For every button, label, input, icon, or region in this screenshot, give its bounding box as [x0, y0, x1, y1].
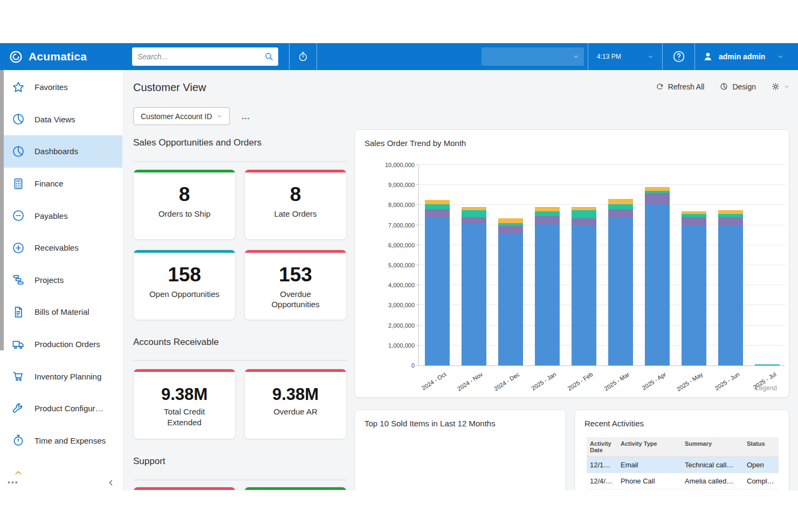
bar-segment	[682, 211, 706, 215]
table-row[interactable]: 12/1…EmailTechnical call…Open	[587, 457, 779, 473]
y-tick	[416, 245, 419, 245]
help-button[interactable]	[663, 43, 695, 70]
user-name: admin admin	[719, 52, 765, 61]
kpi-card[interactable]	[133, 487, 236, 490]
collapse-sidebar-icon[interactable]	[107, 479, 115, 487]
y-tick	[416, 184, 419, 185]
y-tick	[416, 164, 419, 165]
sidebar-item-label: Time and Expenses	[35, 436, 106, 445]
sidebar-scrollbar[interactable]	[0, 70, 4, 350]
filter-label: Customer Account ID	[141, 112, 212, 121]
brand[interactable]: Acumatica	[9, 43, 87, 70]
bar-segment	[535, 211, 560, 216]
bar-segment	[535, 224, 560, 365]
brand-name: Acumatica	[29, 50, 87, 63]
recent-activities-panel: Recent Activities Activity DateActivity …	[574, 410, 789, 490]
chevron-down-icon	[217, 114, 222, 119]
table-cell: Amelia called…	[682, 473, 744, 489]
card-accent-bar	[245, 369, 346, 372]
column-header[interactable]: Activity Date	[587, 437, 617, 457]
support-cards	[133, 487, 347, 490]
y-tick-label: 8,000,000	[363, 202, 415, 208]
y-tick-label: 4,000,000	[363, 282, 415, 288]
sidebar-item-product-configur[interactable]: Product Configur…	[0, 392, 122, 425]
chart-x-axis: 2024 - Oct2024 - Nov2024 - Dec2025 - Jan…	[419, 367, 786, 396]
kpi-card[interactable]: 8Orders to Ship	[133, 169, 236, 240]
time-menu[interactable]: 4:13 PM	[588, 43, 663, 70]
filter-more-button[interactable]: ...	[242, 112, 250, 121]
bar-segment	[718, 225, 743, 365]
section-divider	[133, 360, 347, 361]
sidebar-item-label: Bills of Material	[35, 307, 90, 316]
kpi-card[interactable]: 9.38MOverdue AR	[244, 369, 347, 439]
sidebar-item-data-views[interactable]: Data Views	[0, 103, 122, 136]
section-title-ar: Accounts Receivable	[133, 337, 219, 348]
y-tick-label: 1,000,000	[363, 342, 415, 349]
top10-title: Top 10 Sold Items in Last 12 Months	[364, 419, 496, 428]
y-tick-label: 10,000,000	[363, 162, 415, 168]
settings-button[interactable]	[771, 82, 789, 91]
page-title: Customer View	[133, 81, 206, 94]
kpi-card[interactable]: 153Overdue Opportunities	[244, 250, 347, 320]
y-tick	[416, 265, 419, 265]
sidebar-item-bills-of-material[interactable]: Bills of Material	[0, 296, 122, 328]
top10-sold-items-panel: Top 10 Sold Items in Last 12 Months	[354, 410, 566, 490]
column-header[interactable]: Status	[744, 437, 779, 457]
bar-segment	[718, 214, 743, 217]
customer-account-filter[interactable]: Customer Account ID	[133, 107, 230, 125]
sidebar-item-favorites[interactable]: Favorites	[0, 71, 122, 103]
time-label: 4:13 PM	[597, 53, 621, 60]
data-views-icon	[11, 112, 25, 126]
star-icon	[11, 80, 25, 94]
gear-icon	[771, 82, 780, 91]
search-input[interactable]	[132, 47, 278, 66]
sidebar-item-time-and-expenses[interactable]: Time and Expenses	[0, 425, 122, 457]
sidebar-item-production-orders[interactable]: Production Orders	[0, 328, 122, 361]
table-row[interactable]: 12/4/…Phone CallAmelia called…Compl…	[587, 473, 779, 489]
bar-segment	[608, 209, 633, 217]
more-icon[interactable]: •••	[8, 478, 19, 487]
sales-order-trend-panel: Sales Order Trend by Month 01,000,0002,0…	[354, 129, 789, 398]
y-tick-label: 6,000,000	[363, 242, 415, 248]
design-label: Design	[732, 82, 756, 91]
sidebar-item-label: Inventory Planning	[35, 372, 101, 381]
business-date-button[interactable]	[289, 43, 317, 70]
kpi-card[interactable]: 158Open Opportunities	[133, 250, 236, 320]
sidebar-item-receivables[interactable]: Receivables	[0, 232, 122, 264]
bar-segment	[755, 365, 780, 365]
card-accent-bar	[134, 250, 235, 253]
bar-segment	[498, 218, 523, 223]
y-tick	[416, 345, 419, 346]
user-menu[interactable]: admin admin	[702, 43, 783, 70]
sidebar-item-partial[interactable]	[0, 457, 122, 474]
sidebar-item-payables[interactable]: Payables	[0, 199, 122, 232]
bar-segment	[462, 223, 486, 365]
design-button[interactable]: Design	[719, 82, 756, 91]
sidebar-item-projects[interactable]: Projects	[0, 264, 122, 296]
minus-circle-icon	[11, 209, 25, 223]
bar-segment	[535, 207, 560, 211]
activities-table: Activity DateActivity TypeSummaryStatus1…	[587, 437, 779, 489]
search-icon[interactable]	[264, 51, 274, 62]
column-header[interactable]: Summary	[682, 437, 744, 457]
y-tick	[416, 225, 419, 225]
cart-icon	[11, 369, 25, 383]
dashboards-icon	[11, 144, 25, 158]
y-tick-label: 2,000,000	[363, 322, 415, 329]
bar-segment	[608, 199, 633, 204]
sidebar-item-inventory-planning[interactable]: Inventory Planning	[0, 360, 122, 392]
kpi-card[interactable]	[244, 487, 347, 490]
company-select[interactable]	[481, 47, 584, 66]
legend-toggle[interactable]: Legend	[755, 384, 777, 392]
y-tick	[416, 325, 419, 326]
kpi-card[interactable]: 9.38MTotal Credit Extended	[133, 369, 236, 439]
sidebar-item-finance[interactable]: Finance	[0, 168, 122, 200]
refresh-all-button[interactable]: Refresh All	[655, 82, 705, 91]
bar-segment	[462, 210, 486, 217]
column-header[interactable]: Activity Type	[617, 437, 682, 457]
kpi-card[interactable]: 8Late Orders	[244, 169, 347, 240]
gridline	[419, 204, 786, 205]
sidebar-item-dashboards[interactable]: Dashboards	[0, 135, 122, 168]
design-icon	[719, 82, 728, 91]
gridline	[419, 184, 786, 185]
